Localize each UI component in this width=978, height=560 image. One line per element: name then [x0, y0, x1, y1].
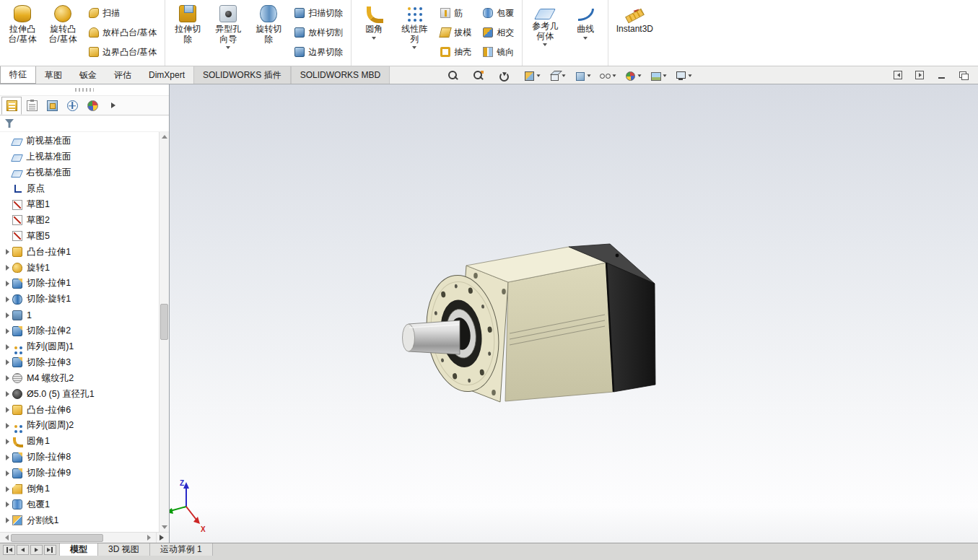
tree-item[interactable]: 包覆1	[0, 496, 159, 512]
view-orientation-button[interactable]	[547, 69, 567, 82]
scroll-down-arrow-icon[interactable]	[160, 522, 169, 532]
tree-item[interactable]: 切除-旋转1	[0, 292, 159, 307]
mirror-button[interactable]: 镜向	[479, 43, 518, 61]
ribbon-tab[interactable]: 草图	[36, 66, 71, 84]
rib-button[interactable]: 筋	[436, 4, 476, 22]
expander-arrow-icon[interactable]	[4, 485, 12, 494]
dropdown-caret-icon[interactable]	[663, 74, 666, 76]
expander-arrow-icon[interactable]	[4, 248, 12, 256]
fillet-dropdown-caret-icon[interactable]	[372, 37, 376, 40]
draft-button[interactable]: 拔模	[436, 23, 476, 42]
motor-model[interactable]	[403, 244, 656, 402]
tree-vertical-scrollbar[interactable]	[159, 132, 169, 532]
expander-arrow-icon[interactable]	[4, 279, 12, 288]
boundary-cut-button[interactable]: 边界切除	[290, 43, 347, 61]
orientation-triad[interactable]: Z Y X	[170, 479, 206, 533]
scroll-left-arrow-icon[interactable]	[0, 533, 11, 543]
graphics-canvas[interactable]: Z Y X	[170, 84, 978, 543]
expander-arrow-icon[interactable]	[4, 500, 12, 509]
section-view-button[interactable]	[522, 69, 542, 82]
display-pane-expand-button[interactable]	[156, 533, 169, 543]
next-tab-button[interactable]	[30, 545, 43, 555]
expander-arrow-icon[interactable]	[4, 311, 12, 320]
dropdown-caret-icon[interactable]	[688, 74, 691, 76]
dropdown-caret-icon[interactable]	[562, 74, 565, 76]
tree-item[interactable]: M4 螺纹孔2	[0, 370, 159, 386]
view-settings-button[interactable]	[673, 69, 694, 82]
tree-item[interactable]: 圆角1	[0, 434, 159, 450]
loft-cut-button[interactable]: 放样切割	[290, 23, 347, 42]
reference-geometry-dropdown-caret-icon[interactable]	[543, 43, 547, 46]
displaymanager-tab-icon[interactable]	[82, 97, 102, 115]
ribbon-tab[interactable]: SOLIDWORKS MBD	[291, 66, 390, 84]
intersect-button[interactable]: 相交	[479, 23, 518, 42]
dimxpertmanager-tab-icon[interactable]	[62, 97, 82, 115]
ribbon-tab[interactable]: SOLIDWORKS 插件	[193, 66, 291, 84]
expander-arrow-icon[interactable]	[4, 358, 12, 367]
previous-tab-button[interactable]	[17, 545, 29, 555]
edit-appearance-button[interactable]	[623, 69, 643, 82]
instant3d-button[interactable]: Instant3D	[611, 1, 658, 64]
expander-arrow-icon[interactable]	[4, 437, 12, 446]
expander-arrow-icon[interactable]	[4, 421, 12, 430]
hscroll-thumb[interactable]	[11, 534, 103, 542]
tree-horizontal-scrollbar[interactable]	[0, 532, 169, 543]
document-tab[interactable]: 3D 视图	[98, 543, 150, 556]
last-tab-button[interactable]	[44, 545, 56, 555]
tree-item[interactable]: 草图1	[0, 197, 159, 213]
filter-funnel-icon[interactable]	[5, 119, 14, 128]
tree-item[interactable]: 切除-拉伸8	[0, 450, 159, 465]
graphics-area[interactable]: Z Y X	[170, 84, 978, 543]
first-tab-button[interactable]	[3, 545, 15, 555]
restore-button[interactable]	[956, 69, 969, 81]
tree-item[interactable]: 草图5	[0, 228, 159, 244]
apply-scene-button[interactable]	[648, 69, 668, 82]
hide-show-items-button[interactable]	[598, 69, 618, 82]
scroll-up-arrow-icon[interactable]	[160, 132, 169, 141]
expander-arrow-icon[interactable]	[4, 406, 12, 414]
reference-geometry-button[interactable]: 参考几 何体	[525, 1, 565, 64]
tree-item[interactable]: 凸台-拉伸1	[0, 244, 159, 260]
extrude-cut-button[interactable]: 拉伸切 除	[167, 1, 208, 64]
tree-item[interactable]: 切除-拉伸1	[0, 276, 159, 292]
tree-item[interactable]: 旋转1	[0, 260, 159, 276]
expander-arrow-icon[interactable]	[4, 453, 12, 462]
tree-item[interactable]: 阵列(圆周)2	[0, 418, 159, 434]
tree-item[interactable]: 切除-拉伸2	[0, 323, 159, 339]
dropdown-caret-icon[interactable]	[637, 74, 641, 76]
propertymanager-tab-icon[interactable]	[22, 97, 42, 115]
zoom-area-button[interactable]	[471, 69, 492, 82]
expander-arrow-icon[interactable]	[4, 374, 12, 382]
expander-arrow-icon[interactable]	[4, 263, 12, 272]
expander-arrow-icon[interactable]	[4, 343, 12, 351]
sweep-cut-button[interactable]: 扫描切除	[290, 4, 347, 22]
extrude-boss-button[interactable]: 拉伸凸 台/基体	[2, 1, 43, 64]
revolve-boss-button[interactable]: 旋转凸 台/基体	[43, 1, 83, 64]
tree-item[interactable]: 倒角1	[0, 481, 159, 497]
ribbon-tab[interactable]: DimXpert	[140, 66, 193, 84]
dock-pane-right-button[interactable]	[913, 69, 926, 81]
minimize-button[interactable]	[935, 69, 948, 81]
tree-item[interactable]: 上视基准面	[0, 149, 159, 165]
tree-item[interactable]: 原点	[0, 181, 159, 197]
tree-item[interactable]: 草图2	[0, 212, 159, 228]
ribbon-tab[interactable]: 特征	[0, 66, 36, 84]
zoom-fit-button[interactable]	[446, 69, 466, 82]
document-tab[interactable]: 模型	[60, 543, 98, 556]
dock-pane-left-button[interactable]	[891, 69, 904, 81]
fillet-button[interactable]: 圆角	[354, 1, 394, 64]
hole-wizard-button[interactable]: 异型孔 向导	[208, 1, 248, 64]
tree-item[interactable]: 前视基准面	[0, 134, 159, 149]
linear-pattern-button[interactable]: 线性阵 列	[394, 1, 435, 64]
curves-button[interactable]: 曲线	[565, 1, 606, 64]
tree-item[interactable]: 1	[0, 307, 159, 323]
expander-arrow-icon[interactable]	[4, 295, 12, 304]
wrap-button[interactable]: 包覆	[479, 4, 518, 22]
featuremanager-tab-icon[interactable]	[1, 97, 22, 115]
tree-item[interactable]: 阵列(圆周)1	[0, 339, 159, 355]
dropdown-caret-icon[interactable]	[536, 74, 540, 76]
linear-pattern-dropdown-caret-icon[interactable]	[412, 46, 416, 49]
revolve-cut-button[interactable]: 旋转切 除	[248, 1, 289, 64]
sweep-button[interactable]: 扫描	[84, 4, 161, 22]
tree-item[interactable]: 分割线1	[0, 512, 159, 528]
